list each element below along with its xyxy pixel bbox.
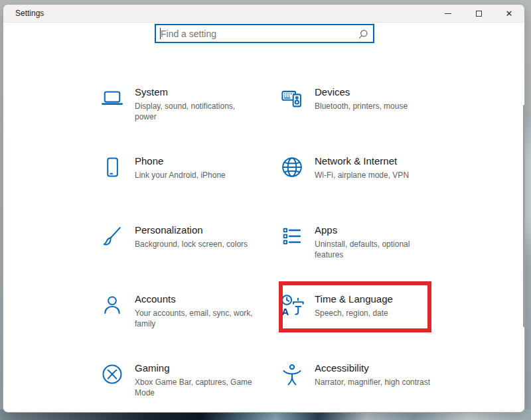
- category-accessibility[interactable]: Accessibility Narrator, magnifier, high …: [280, 362, 461, 387]
- category-system[interactable]: System Display, sound, notifications, po…: [100, 86, 281, 122]
- keyboard-speaker-icon: [280, 86, 304, 110]
- category-title: Devices: [315, 86, 435, 99]
- xbox-icon: [100, 362, 124, 386]
- minimize-icon: [445, 13, 451, 14]
- category-title: Personalization: [135, 224, 256, 237]
- window-controls: ✕: [433, 5, 524, 23]
- desktop: { "window": { "title": "Settings" }, "ti…: [0, 0, 531, 420]
- category-accounts[interactable]: Accounts Your accounts, email, sync, wor…: [100, 293, 281, 329]
- minimize-button[interactable]: [433, 5, 463, 23]
- window-title: Settings: [3, 9, 44, 18]
- maximize-icon: [476, 11, 482, 17]
- category-subtitle: Narrator, magnifier, high contrast: [315, 377, 435, 387]
- scrollbar-thumb[interactable]: [523, 105, 525, 327]
- settings-window: Settings ✕ System Display, sound, notifi…: [3, 4, 525, 413]
- category-title: Accounts: [135, 293, 256, 306]
- category-network[interactable]: Network & Internet Wi-Fi, airplane mode,…: [280, 155, 461, 180]
- search-icon: [358, 29, 368, 40]
- category-title: Phone: [135, 155, 256, 168]
- category-subtitle: Bluetooth, printers, mouse: [315, 101, 435, 111]
- search-input[interactable]: [156, 25, 373, 42]
- close-icon: ✕: [506, 9, 513, 19]
- category-subtitle: Background, lock screen, colors: [135, 239, 256, 249]
- category-time-language[interactable]: A Time & Language Speech, region, date: [280, 293, 461, 318]
- category-title: Apps: [315, 224, 435, 237]
- paintbrush-icon: [100, 224, 124, 248]
- titlebar: Settings ✕: [3, 5, 524, 23]
- category-subtitle: Xbox Game Bar, captures, Game Mode: [135, 377, 256, 398]
- category-title: Accessibility: [315, 362, 435, 375]
- phone-icon: [100, 155, 124, 179]
- time-language-icon: A: [280, 293, 304, 317]
- category-title: System: [135, 86, 256, 99]
- category-subtitle: Display, sound, notifications, power: [135, 101, 256, 122]
- category-phone[interactable]: Phone Link your Android, iPhone: [100, 155, 281, 180]
- text-caret: [160, 28, 161, 39]
- category-apps[interactable]: Apps Uninstall, defaults, optional featu…: [280, 224, 461, 260]
- category-title: Time & Language: [315, 293, 435, 306]
- search-box: [155, 24, 374, 43]
- category-devices[interactable]: Devices Bluetooth, printers, mouse: [280, 86, 461, 111]
- laptop-icon: [100, 86, 124, 110]
- category-subtitle: Your accounts, email, sync, work, family: [135, 308, 256, 329]
- svg-text:A: A: [281, 306, 289, 317]
- person-icon: [100, 293, 124, 317]
- category-personalization[interactable]: Personalization Background, lock screen,…: [100, 224, 281, 249]
- maximize-button[interactable]: [463, 5, 494, 23]
- apps-list-icon: [280, 224, 304, 248]
- globe-icon: [280, 155, 304, 179]
- category-title: Gaming: [135, 362, 256, 375]
- category-subtitle: Link your Android, iPhone: [135, 170, 256, 180]
- category-gaming[interactable]: Gaming Xbox Game Bar, captures, Game Mod…: [100, 362, 281, 398]
- category-subtitle: Speech, region, date: [315, 308, 435, 318]
- accessibility-icon: [280, 362, 304, 386]
- close-button[interactable]: ✕: [494, 5, 524, 23]
- category-subtitle: Uninstall, defaults, optional features: [315, 239, 435, 260]
- category-title: Network & Internet: [315, 155, 435, 168]
- category-subtitle: Wi-Fi, airplane mode, VPN: [315, 170, 435, 180]
